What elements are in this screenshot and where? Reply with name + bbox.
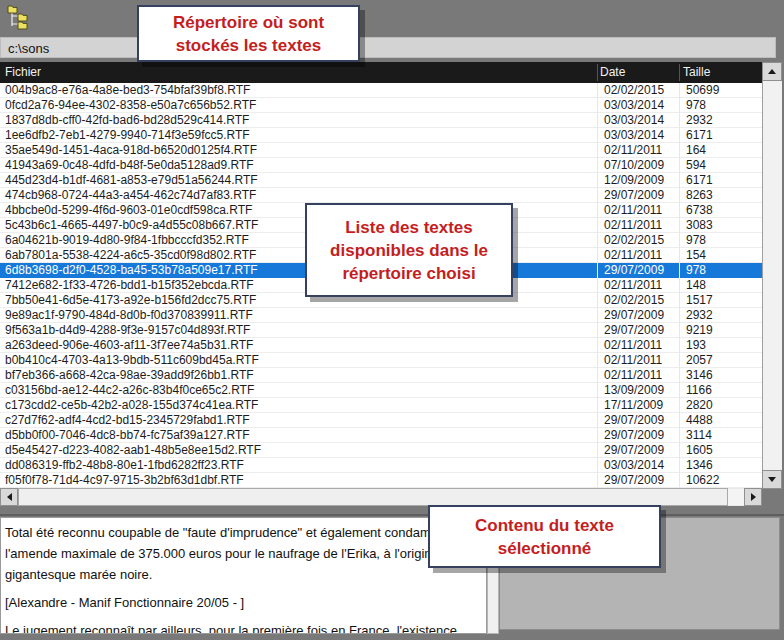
file-name-cell: 7bb50e41-6d5e-4173-a92e-b156fd2dcc75.RTF <box>5 293 256 307</box>
file-size-cell: 4488 <box>686 413 713 427</box>
table-row[interactable]: 1837d8db-cff0-42fd-bad6-bd28d529c414.RTF… <box>0 113 762 128</box>
table-row[interactable]: d5bb0f00-7046-4dc8-bb74-fc75af39a127.RTF… <box>0 428 762 443</box>
column-header-date[interactable]: Date <box>600 62 625 83</box>
preview-line: gigantesque marée noire. <box>5 564 486 585</box>
table-row[interactable]: c27d7f62-adf4-4cd2-bd15-2345729fabd1.RTF… <box>0 413 762 428</box>
column-separator <box>597 323 598 338</box>
table-row[interactable]: 0fcd2a76-94ee-4302-8358-e50a7c656b52.RTF… <box>0 98 762 113</box>
file-size-cell: 164 <box>686 143 706 157</box>
column-header-taille[interactable]: Taille <box>683 62 710 83</box>
table-row[interactable]: f05f0f78-71d4-4c97-9715-3b2bf63d1dbf.RTF… <box>0 473 762 488</box>
column-separator <box>597 128 598 143</box>
file-date-cell: 07/10/2009 <box>604 158 664 172</box>
column-separator <box>679 83 680 98</box>
file-date-cell: 03/03/2014 <box>604 458 664 472</box>
file-name-cell: 6a04621b-9019-4d80-9f84-1fbbcccfd352.RTF <box>5 233 249 247</box>
column-separator <box>679 368 680 383</box>
table-row[interactable]: 9e89ac1f-9790-484d-8d0b-f0d370839911.RTF… <box>0 308 762 323</box>
app-window: { "toolbar": { "path_value": "c:\\sons",… <box>0 0 784 640</box>
file-name-cell: f05f0f78-71d4-4c97-9715-3b2bf63d1dbf.RTF <box>5 473 244 487</box>
file-size-cell: 6171 <box>686 173 713 187</box>
table-row[interactable]: 35ae549d-1451-4aca-918d-b6520d0125f4.RTF… <box>0 143 762 158</box>
scroll-down-button[interactable] <box>762 470 782 489</box>
table-row[interactable]: bf7eb366-a668-42ca-98ae-39add9f26bb1.RTF… <box>0 368 762 383</box>
column-separator <box>679 293 680 308</box>
file-date-cell: 12/09/2009 <box>604 173 664 187</box>
column-separator <box>679 113 680 128</box>
column-separator <box>597 173 598 188</box>
file-size-cell: 6171 <box>686 128 713 142</box>
scroll-right-button[interactable] <box>744 488 762 506</box>
scroll-left-button[interactable] <box>0 488 18 506</box>
table-row[interactable]: b0b410c4-4703-4a13-9bdb-511c609bd45a.RTF… <box>0 353 762 368</box>
file-name-cell: 9e89ac1f-9790-484d-8d0b-f0d370839911.RTF <box>5 308 253 322</box>
column-separator <box>679 308 680 323</box>
table-row[interactable]: 445d23d4-b1df-4681-a853-e79d51a56244.RTF… <box>0 173 762 188</box>
file-size-cell: 193 <box>686 338 706 352</box>
file-size-cell: 3083 <box>686 218 713 232</box>
arrow-left-icon <box>7 493 12 501</box>
column-separator <box>597 203 598 218</box>
callout-file-list: Liste des textes disponibles dans le rép… <box>305 203 513 297</box>
column-separator <box>597 428 598 443</box>
folder-tree-icon[interactable] <box>7 4 31 30</box>
column-separator <box>597 278 598 293</box>
directory-path-input[interactable]: c:\sons <box>0 37 776 58</box>
file-name-cell: 0fcd2a76-94ee-4302-8358-e50a7c656b52.RTF <box>5 98 256 112</box>
column-separator <box>679 233 680 248</box>
column-separator <box>679 188 680 203</box>
file-size-cell: 2932 <box>686 308 713 322</box>
file-date-cell: 03/03/2014 <box>604 128 664 142</box>
table-row[interactable]: d5e45427-d223-4082-aab1-48b5e8ee15d2.RTF… <box>0 443 762 458</box>
callout-line: Contenu du texte <box>475 514 614 537</box>
toolbar: c:\sons <box>0 0 784 62</box>
file-name-cell: 5c43b6c1-4665-4497-b0c9-a4d55c08b667.RTF <box>5 218 258 232</box>
file-date-cell: 02/11/2011 <box>604 368 662 382</box>
file-name-cell: 7412e682-1f33-4726-bdd1-b15f352ebcda.RTF <box>5 278 254 292</box>
horizontal-scrollbar-thumb[interactable] <box>18 488 728 506</box>
table-row[interactable]: c173cdd2-ce5b-42b2-a028-155d374c41ea.RTF… <box>0 398 762 413</box>
column-separator <box>679 98 680 113</box>
column-separator <box>679 218 680 233</box>
preview-line: l'amende maximale de 375.000 euros pour … <box>5 543 486 564</box>
table-header: Fichier Date Taille <box>0 62 762 83</box>
file-date-cell: 29/07/2009 <box>604 428 664 442</box>
callout-line: stockés les textes <box>176 34 322 57</box>
callout-line: disponibles dans le <box>330 239 488 262</box>
table-row[interactable]: dd086319-ffb2-48b8-80e1-1fbd6282ff23.RTF… <box>0 458 762 473</box>
file-size-cell: 6738 <box>686 203 713 217</box>
scroll-up-button[interactable] <box>762 62 782 81</box>
file-size-cell: 1166 <box>686 383 712 397</box>
file-size-cell: 2932 <box>686 113 713 127</box>
file-name-cell: 445d23d4-b1df-4681-a853-e79d51a56244.RTF <box>5 173 258 187</box>
file-date-cell: 03/03/2014 <box>604 113 664 127</box>
file-date-cell: 03/03/2014 <box>604 98 664 112</box>
file-date-cell: 29/07/2009 <box>604 413 664 427</box>
horizontal-scrollbar-track-gap[interactable] <box>728 489 744 505</box>
column-separator <box>597 368 598 383</box>
column-separator <box>597 473 598 488</box>
table-row[interactable]: 41943a69-0c48-4dfd-b48f-5e0da5128ad9.RTF… <box>0 158 762 173</box>
callout-line: Liste des textes <box>345 216 473 239</box>
column-separator <box>679 473 680 488</box>
table-row[interactable]: 004b9ac8-e76a-4a8e-bed3-754bfaf39bf8.RTF… <box>0 83 762 98</box>
text-preview-pane[interactable]: Total été reconnu coupable de "faute d'i… <box>0 517 487 634</box>
file-date-cell: 29/07/2009 <box>604 308 664 322</box>
table-row[interactable]: 1ee6dfb2-7eb1-4279-9940-714f3e59fcc5.RTF… <box>0 128 762 143</box>
file-date-cell: 29/07/2009 <box>604 443 664 457</box>
table-row[interactable]: a263deed-906e-4603-af11-3f7ee74a5b31.RTF… <box>0 338 762 353</box>
table-row[interactable]: c03156bd-ae12-44c2-a26c-83b4f0ce65c2.RTF… <box>0 383 762 398</box>
file-date-cell: 29/07/2009 <box>604 323 664 337</box>
preview-line: [Alexandre - Manif Fonctionnaire 20/05 -… <box>5 592 486 613</box>
callout-line: répertoire choisi <box>342 262 475 285</box>
column-separator <box>679 338 680 353</box>
table-row[interactable]: 474cb968-0724-44a3-a454-462c74d7af83.RTF… <box>0 188 762 203</box>
table-row[interactable]: 9f563a1b-d4d9-4288-9f3e-9157c04d893f.RTF… <box>0 323 762 338</box>
column-separator <box>679 173 680 188</box>
file-size-cell: 2057 <box>686 353 713 367</box>
column-header-fichier[interactable]: Fichier <box>5 62 41 83</box>
file-date-cell: 29/07/2009 <box>604 188 664 202</box>
file-name-cell: 474cb968-0724-44a3-a454-462c74d7af83.RTF <box>5 188 256 202</box>
file-date-cell: 02/11/2011 <box>604 218 662 232</box>
vertical-scrollbar[interactable] <box>762 81 782 470</box>
